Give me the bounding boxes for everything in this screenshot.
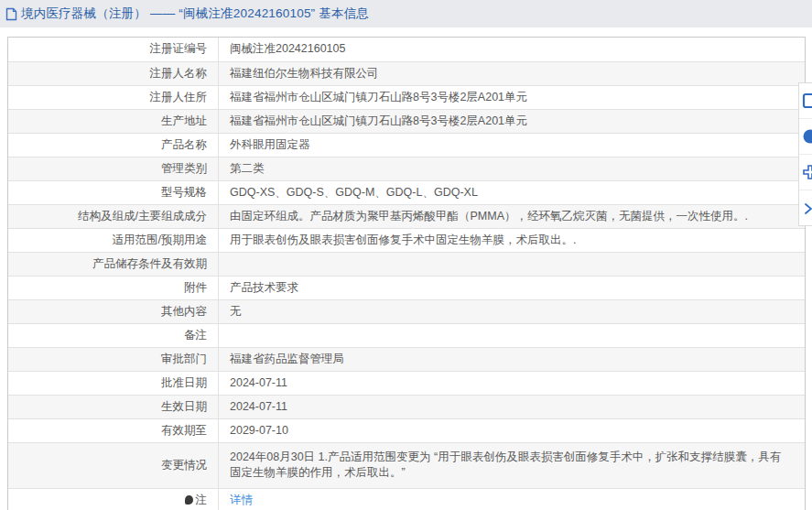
row-label: 适用范围/预期用途: [8, 229, 219, 252]
collapse-button[interactable]: [799, 190, 812, 226]
table-row: 适用范围/预期用途 用于眼表创伤及眼表损害创面修复手术中固定生物羊膜，术后取出。…: [8, 228, 805, 252]
row-value: 2024年08月30日 1.产品适用范围变更为 “用于眼表创伤及眼表损害创面修复…: [219, 443, 805, 488]
table-row: 注册人住所 福建省福州市仓山区城门镇刀石山路8号3号楼2层A201单元: [8, 85, 805, 109]
row-label: 审批部门: [8, 348, 219, 371]
row-value: 福建省药品监督管理局: [219, 348, 805, 371]
table-row: 型号规格 GDQ-XS、GDQ-S、GDQ-M、GDQ-L、GDQ-XL: [8, 180, 805, 204]
row-value: [219, 324, 805, 347]
page-header: 境内医疗器械（注册） —— “闽械注准20242160105” 基本信息: [0, 0, 812, 27]
table-row: 注册人名称 福建纽伯尔生物科技有限公司: [8, 61, 805, 85]
share-button-1[interactable]: [799, 83, 812, 119]
table-row: 有效期至 2029-07-10: [8, 418, 805, 442]
row-label: 其他内容: [8, 300, 219, 323]
row-label: 附件: [8, 277, 219, 299]
row-label: 备注: [8, 324, 219, 347]
table-row: 生效日期 2024-07-11: [8, 395, 805, 418]
table-row: 注册证编号 闽械注准20242160105: [8, 38, 805, 61]
table-row: 生产地址 福建省福州市仓山区城门镇刀石山路8号3号楼2层A201单元: [8, 109, 805, 133]
table-row: 变更情况 2024年08月30日 1.产品适用范围变更为 “用于眼表创伤及眼表损…: [8, 442, 805, 488]
row-value: 福建省福州市仓山区城门镇刀石山路8号3号楼2层A201单元: [219, 110, 805, 133]
table-row: 产品储存条件及有效期: [8, 252, 805, 276]
details-link[interactable]: 详情: [230, 493, 253, 508]
row-value: 外科眼用固定器: [219, 134, 805, 157]
row-label: 变更情况: [8, 443, 219, 488]
share-square-icon: [802, 92, 812, 109]
table-row: 结构及组成/主要组成成分 由固定环组成。产品材质为聚甲基丙烯酸甲酯（PMMA），…: [8, 204, 805, 228]
table-row: 产品名称 外科眼用固定器: [8, 133, 805, 157]
row-value: 由固定环组成。产品材质为聚甲基丙烯酸甲酯（PMMA），经环氧乙烷灭菌，无菌提供，…: [219, 205, 805, 228]
row-label: 生产地址: [8, 110, 219, 133]
row-label: 产品名称: [8, 134, 219, 157]
row-value: [219, 253, 805, 276]
row-value: 2024-07-11: [219, 372, 805, 395]
document-icon: [5, 7, 17, 21]
row-value: GDQ-XS、GDQ-S、GDQ-M、GDQ-L、GDQ-XL: [219, 181, 805, 204]
row-label: 有效期至: [8, 419, 219, 442]
table-row: 附件 产品技术要求: [8, 276, 805, 299]
row-label: 注: [8, 489, 219, 510]
chevron-right-icon: [802, 202, 812, 215]
table-row: 审批部门 福建省药品监督管理局: [8, 347, 805, 371]
row-label: 注册证编号: [8, 38, 219, 61]
row-value: 福建省福州市仓山区城门镇刀石山路8号3号楼2层A201单元: [219, 86, 805, 109]
page-title: 境内医疗器械（注册） —— “闽械注准20242160105” 基本信息: [21, 5, 369, 22]
row-value: 闽械注准20242160105: [219, 38, 805, 61]
row-label: 注册人名称: [8, 62, 219, 85]
row-value: 2029-07-10: [219, 419, 805, 442]
table-row: 管理类别 第二类: [8, 157, 805, 180]
note-pin-icon: [185, 495, 193, 505]
row-value: 福建纽伯尔生物科技有限公司: [219, 62, 805, 85]
row-value: 产品技术要求: [219, 277, 805, 299]
row-label: 型号规格: [8, 181, 219, 204]
row-label: 批准日期: [8, 372, 219, 395]
row-label: 产品储存条件及有效期: [8, 253, 219, 276]
row-label: 管理类别: [8, 157, 219, 180]
share-button-3[interactable]: [799, 155, 812, 190]
row-label: 注册人住所: [8, 86, 219, 109]
row-label: 结构及组成/主要组成成分: [8, 205, 219, 228]
info-table: 注册证编号 闽械注准20242160105 注册人名称 福建纽伯尔生物科技有限公…: [7, 37, 806, 510]
table-row: 注 详情: [8, 488, 805, 510]
row-value: 第二类: [219, 157, 805, 180]
table-row: 批准日期 2024-07-11: [8, 371, 805, 395]
row-value: 详情: [219, 489, 805, 510]
row-value: 2024-07-11: [219, 396, 805, 418]
share-button-2[interactable]: [799, 119, 812, 155]
share-toolbar: [798, 82, 812, 226]
row-label: 生效日期: [8, 396, 219, 418]
share-cross-icon: [802, 164, 812, 180]
share-circle-icon: [802, 128, 812, 145]
row-value: 无: [219, 300, 805, 323]
row-value: 用于眼表创伤及眼表损害创面修复手术中固定生物羊膜，术后取出。.: [219, 229, 805, 252]
table-row: 备注: [8, 323, 805, 347]
table-row: 其他内容 无: [8, 299, 805, 323]
